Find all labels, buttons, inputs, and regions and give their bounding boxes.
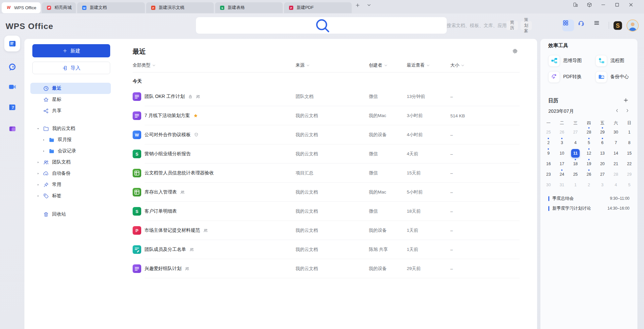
calendar-day[interactable]: 30 [609, 127, 623, 137]
calendar-day[interactable]: 26 [582, 169, 596, 180]
sidebar-item-常用[interactable]: 常用 [30, 179, 111, 190]
calendar-day[interactable]: 10 [555, 148, 569, 159]
caret-right-icon[interactable] [36, 183, 41, 187]
calendar-day[interactable]: 1 [623, 127, 636, 137]
file-row[interactable]: 库存出入管理表我的云文档我的Mac5小时前– [133, 183, 520, 202]
apps-grid-button[interactable] [562, 19, 574, 31]
calendar-day[interactable]: 26 [555, 127, 569, 137]
calendar-day[interactable]: 3 [596, 180, 609, 190]
calendar-event[interactable]: 新季度学习计划讨论14:30–16:00 [548, 203, 629, 213]
file-row[interactable]: 云文档管人员信息统计表理器验收项目汇总微信15天前– [133, 164, 520, 183]
tab-wps[interactable]: WWPS Office [2, 2, 41, 13]
caret-right-icon[interactable] [36, 172, 41, 175]
sidebar-item-标签[interactable]: 标签 [30, 190, 111, 201]
sidebar-item-自动备份[interactable]: 自动备份 [30, 168, 111, 179]
rail-item-chat[interactable] [4, 59, 20, 75]
caret-right-icon[interactable] [42, 149, 47, 153]
calendar-day[interactable]: 1 [569, 180, 582, 190]
filter-全部类型[interactable]: 全部类型 [133, 62, 296, 68]
calendar-day[interactable]: 25 [569, 169, 582, 180]
calendar-day[interactable]: 8 [623, 137, 636, 148]
user-avatar[interactable] [627, 19, 639, 32]
file-row[interactable]: P市场主体登记提交材料规范我的云文档我的设备1天前– [133, 221, 520, 240]
sidebar-item-我的云文档[interactable]: 我的云文档 [30, 123, 111, 134]
tab-pdf[interactable]: P新建PDF [284, 2, 352, 13]
file-row[interactable]: 7 月线下活动策划方案我的云文档我的Mac3小时前514 KB [133, 106, 520, 125]
sidebar-item-团队文档[interactable]: 团队文档 [30, 157, 111, 168]
import-button[interactable]: 导入 [32, 62, 110, 74]
calendar-day[interactable]: 22 [623, 159, 636, 169]
calendar-day[interactable]: 19 [582, 159, 596, 169]
rail-item-apps[interactable] [4, 121, 20, 136]
calendar-prev-button[interactable] [615, 108, 619, 114]
caret-down-icon[interactable] [36, 127, 41, 131]
file-row[interactable]: 兴趣爱好组队计划我的云文档我的设备29天前– [133, 259, 520, 278]
sidebar-item-星标[interactable]: 星标 [30, 94, 111, 105]
minimize-button[interactable] [600, 2, 612, 12]
calendar-day[interactable]: 7 [609, 137, 623, 148]
calendar-day[interactable]: 27 [569, 127, 582, 137]
caret-right-icon[interactable] [36, 161, 41, 164]
tool-PDF转换[interactable]: PPDF转换 [548, 70, 596, 84]
calendar-day[interactable]: 18 [569, 159, 582, 169]
calendar-day[interactable]: 20 [596, 159, 609, 169]
rail-item-doc[interactable] [4, 36, 20, 51]
calendar-day[interactable]: 23 [542, 169, 555, 180]
file-row[interactable]: S营销小组业绩分析报告我的云文档微信4天前– [133, 144, 520, 164]
calendar-day[interactable]: 6 [596, 137, 609, 148]
calendar-day[interactable]: 4 [569, 137, 582, 148]
search-tag[interactable]: 简历 [506, 21, 518, 30]
calendar-day[interactable]: 9 [542, 148, 555, 159]
search-tag[interactable]: 策划案 [521, 21, 532, 30]
file-row[interactable]: W公司对外合作协议模板我的云文档我的设备4小时前– [133, 125, 520, 144]
calendar-day[interactable]: 17 [555, 159, 569, 169]
file-row[interactable]: 团队 OKR 工作计划团队文档微信13分钟前– [133, 87, 520, 106]
rail-item-cal[interactable]: 7 [4, 99, 20, 115]
calendar-day[interactable]: 3 [555, 137, 569, 148]
tab-list-dropdown[interactable] [367, 3, 375, 11]
workspace-button[interactable] [587, 2, 598, 12]
calendar-day[interactable]: 12 [582, 148, 596, 159]
calendar-day[interactable]: 29 [623, 169, 636, 180]
list-settings-button[interactable] [512, 48, 519, 55]
calendar-event[interactable]: 季度总结会9:30–11:00 [548, 194, 629, 203]
member-badge[interactable]: S [613, 20, 623, 31]
calendar-add-button[interactable] [623, 97, 629, 104]
calendar-day[interactable]: 14 [609, 148, 623, 159]
filter-来源[interactable]: 来源 [296, 62, 369, 68]
filter-大小[interactable]: 大小 [450, 62, 520, 68]
file-row[interactable]: 团队成员及分工名单我的云文档陈旭 共享1天前– [133, 240, 520, 259]
calendar-day[interactable]: 29 [596, 127, 609, 137]
file-row[interactable]: S客户订单明细表我的云文档微信18天前– [133, 202, 520, 221]
calendar-day[interactable]: 25 [542, 127, 555, 137]
calendar-day[interactable]: 2 [582, 180, 596, 190]
tab-doc[interactable]: W新建文档 [77, 2, 145, 13]
calendar-day[interactable]: 28 [609, 169, 623, 180]
tab-docer[interactable]: 稻壳商城 [42, 2, 76, 13]
sidebar-item-共享[interactable]: 共享 [30, 105, 111, 116]
tab-ppt[interactable]: P新建演示文稿 [146, 2, 214, 13]
tool-流程图[interactable]: 流程图 [596, 53, 629, 68]
new-tab-button[interactable] [355, 3, 364, 11]
new-document-button[interactable]: 新建 [32, 44, 110, 57]
calendar-day[interactable]: 13 [596, 148, 609, 159]
global-menu-button[interactable] [593, 19, 605, 31]
calendar-day-selected[interactable]: 11 [569, 148, 582, 159]
calendar-day[interactable]: 16 [542, 159, 555, 169]
calendar-day[interactable]: 4 [609, 180, 623, 190]
rail-item-video[interactable] [4, 79, 20, 95]
mobile-device-button[interactable] [573, 2, 584, 12]
calendar-day[interactable]: 28 [582, 127, 596, 137]
calendar-next-button[interactable] [625, 108, 629, 114]
sidebar-item-会议记录[interactable]: 会议记录 [30, 145, 111, 157]
calendar-day[interactable]: 2 [542, 137, 555, 148]
calendar-day[interactable]: 21 [609, 159, 623, 169]
tool-备份中心[interactable]: 备份中心 [596, 70, 629, 84]
calendar-day[interactable]: 5 [623, 180, 636, 190]
search-input[interactable] [447, 23, 506, 28]
sidebar-item-双月报[interactable]: 双月报 [30, 134, 111, 145]
calendar-day[interactable]: 27 [596, 169, 609, 180]
sidebar-item-最近[interactable]: 最近 [30, 83, 111, 94]
maximize-button[interactable] [614, 2, 626, 12]
close-button[interactable] [628, 2, 639, 12]
